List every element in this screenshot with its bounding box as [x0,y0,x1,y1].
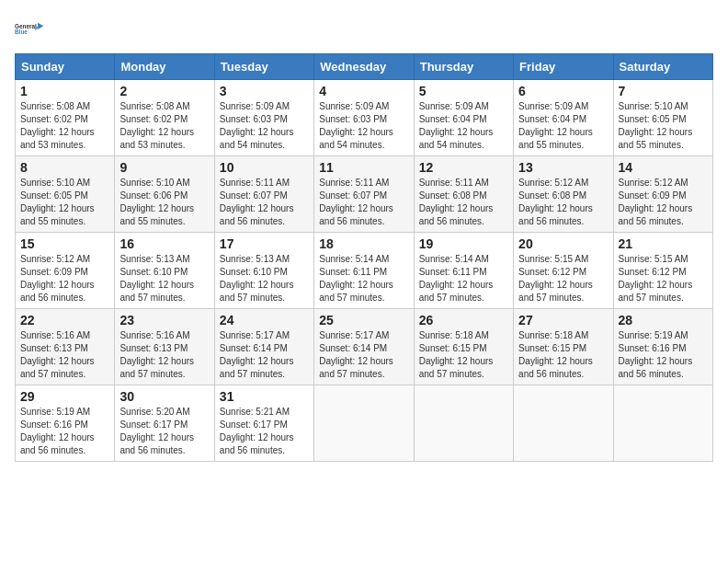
day-number: 11 [319,160,408,175]
calendar-day-26: 26Sunrise: 5:18 AMSunset: 6:15 PMDayligh… [414,309,513,385]
day-number: 16 [119,236,209,251]
day-info: Sunrise: 5:08 AMSunset: 6:02 PMDaylight:… [119,100,209,152]
calendar-day-21: 21Sunrise: 5:15 AMSunset: 6:12 PMDayligh… [613,233,712,309]
calendar-day-13: 13Sunrise: 5:12 AMSunset: 6:08 PMDayligh… [514,156,613,233]
day-info: Sunrise: 5:17 AMSunset: 6:14 PMDaylight:… [220,329,309,381]
day-number: 22 [20,313,109,327]
calendar-day-17: 17Sunrise: 5:13 AMSunset: 6:10 PMDayligh… [214,233,313,309]
day-info: Sunrise: 5:14 AMSunset: 6:11 PMDaylight:… [319,253,408,304]
calendar-day-empty [514,385,613,462]
day-number: 4 [319,84,408,98]
day-info: Sunrise: 5:12 AMSunset: 6:09 PMDaylight:… [619,177,708,228]
day-number: 14 [619,160,708,175]
calendar-day-23: 23Sunrise: 5:16 AMSunset: 6:13 PMDayligh… [115,309,214,385]
day-info: Sunrise: 5:16 AMSunset: 6:13 PMDaylight:… [20,329,109,381]
day-info: Sunrise: 5:08 AMSunset: 6:02 PMDaylight:… [20,100,109,152]
day-info: Sunrise: 5:15 AMSunset: 6:12 PMDaylight:… [619,253,708,304]
day-info: Sunrise: 5:19 AMSunset: 6:16 PMDaylight:… [20,406,109,457]
day-number: 31 [220,389,309,404]
day-number: 23 [119,313,209,327]
calendar-day-11: 11Sunrise: 5:11 AMSunset: 6:07 PMDayligh… [314,156,414,233]
day-number: 25 [319,313,408,327]
day-number: 5 [419,84,508,98]
day-info: Sunrise: 5:11 AMSunset: 6:07 PMDaylight:… [220,177,309,228]
weekday-header-thursday: Thursday [414,54,513,80]
calendar-week-row: 15Sunrise: 5:12 AMSunset: 6:09 PMDayligh… [16,233,713,309]
day-number: 18 [319,236,408,251]
day-info: Sunrise: 5:10 AMSunset: 6:06 PMDaylight:… [119,177,209,228]
day-info: Sunrise: 5:13 AMSunset: 6:10 PMDaylight:… [119,253,209,304]
calendar-day-27: 27Sunrise: 5:18 AMSunset: 6:15 PMDayligh… [514,309,613,385]
calendar-day-29: 29Sunrise: 5:19 AMSunset: 6:16 PMDayligh… [16,385,115,462]
day-number: 15 [20,236,109,251]
day-info: Sunrise: 5:09 AMSunset: 6:04 PMDaylight:… [419,100,508,152]
day-number: 8 [20,160,109,175]
svg-marker-2 [38,23,43,29]
calendar-day-8: 8Sunrise: 5:10 AMSunset: 6:05 PMDaylight… [16,156,115,233]
day-number: 7 [619,84,708,98]
weekday-header-tuesday: Tuesday [214,54,313,80]
calendar-day-24: 24Sunrise: 5:17 AMSunset: 6:14 PMDayligh… [214,309,313,385]
day-info: Sunrise: 5:09 AMSunset: 6:03 PMDaylight:… [220,100,309,152]
calendar-day-empty [314,385,414,462]
day-info: Sunrise: 5:17 AMSunset: 6:14 PMDaylight:… [319,329,408,381]
calendar-day-1: 1Sunrise: 5:08 AMSunset: 6:02 PMDaylight… [16,80,115,156]
day-number: 24 [220,313,309,327]
calendar-week-row: 1Sunrise: 5:08 AMSunset: 6:02 PMDaylight… [16,80,713,156]
calendar-day-2: 2Sunrise: 5:08 AMSunset: 6:02 PMDaylight… [115,80,214,156]
day-number: 13 [518,160,608,175]
day-number: 2 [119,84,209,98]
day-number: 9 [119,160,209,175]
day-info: Sunrise: 5:12 AMSunset: 6:09 PMDaylight:… [20,253,109,304]
svg-text:General: General [15,23,37,29]
day-info: Sunrise: 5:09 AMSunset: 6:03 PMDaylight:… [319,100,408,152]
day-number: 10 [220,160,309,175]
day-info: Sunrise: 5:21 AMSunset: 6:17 PMDaylight:… [220,406,309,457]
day-number: 17 [220,236,309,251]
calendar-day-10: 10Sunrise: 5:11 AMSunset: 6:07 PMDayligh… [214,156,313,233]
day-info: Sunrise: 5:19 AMSunset: 6:16 PMDaylight:… [619,329,708,381]
weekday-header-monday: Monday [115,54,214,80]
calendar-day-20: 20Sunrise: 5:15 AMSunset: 6:12 PMDayligh… [514,233,613,309]
day-number: 20 [518,236,608,251]
calendar-day-7: 7Sunrise: 5:10 AMSunset: 6:05 PMDaylight… [613,80,712,156]
day-number: 27 [518,313,608,327]
day-info: Sunrise: 5:15 AMSunset: 6:12 PMDaylight:… [518,253,608,304]
calendar-day-22: 22Sunrise: 5:16 AMSunset: 6:13 PMDayligh… [16,309,115,385]
day-number: 29 [20,389,109,404]
calendar-day-25: 25Sunrise: 5:17 AMSunset: 6:14 PMDayligh… [314,309,414,385]
weekday-header-sunday: Sunday [16,54,115,80]
weekday-header-row: SundayMondayTuesdayWednesdayThursdayFrid… [16,54,713,80]
day-info: Sunrise: 5:16 AMSunset: 6:13 PMDaylight:… [119,329,209,381]
calendar-day-18: 18Sunrise: 5:14 AMSunset: 6:11 PMDayligh… [314,233,414,309]
calendar-day-12: 12Sunrise: 5:11 AMSunset: 6:08 PMDayligh… [414,156,513,233]
day-number: 6 [518,84,608,98]
calendar-day-14: 14Sunrise: 5:12 AMSunset: 6:09 PMDayligh… [613,156,712,233]
day-info: Sunrise: 5:12 AMSunset: 6:08 PMDaylight:… [518,177,608,228]
page-header: GeneralBlue [15,15,713,44]
calendar-table: SundayMondayTuesdayWednesdayThursdayFrid… [15,53,713,462]
calendar-day-28: 28Sunrise: 5:19 AMSunset: 6:16 PMDayligh… [613,309,712,385]
day-number: 28 [619,313,708,327]
calendar-week-row: 29Sunrise: 5:19 AMSunset: 6:16 PMDayligh… [16,385,713,462]
svg-text:Blue: Blue [15,29,28,35]
day-info: Sunrise: 5:10 AMSunset: 6:05 PMDaylight:… [20,177,109,228]
weekday-header-friday: Friday [514,54,613,80]
calendar-week-row: 22Sunrise: 5:16 AMSunset: 6:13 PMDayligh… [16,309,713,385]
day-info: Sunrise: 5:20 AMSunset: 6:17 PMDaylight:… [119,406,209,457]
calendar-day-empty [414,385,513,462]
day-number: 26 [419,313,508,327]
day-number: 19 [419,236,508,251]
day-number: 30 [119,389,209,404]
day-info: Sunrise: 5:10 AMSunset: 6:05 PMDaylight:… [619,100,708,152]
day-info: Sunrise: 5:11 AMSunset: 6:07 PMDaylight:… [319,177,408,228]
calendar-day-31: 31Sunrise: 5:21 AMSunset: 6:17 PMDayligh… [214,385,313,462]
day-number: 21 [619,236,708,251]
day-info: Sunrise: 5:18 AMSunset: 6:15 PMDaylight:… [419,329,508,381]
calendar-day-15: 15Sunrise: 5:12 AMSunset: 6:09 PMDayligh… [16,233,115,309]
calendar-day-empty [613,385,712,462]
calendar-day-30: 30Sunrise: 5:20 AMSunset: 6:17 PMDayligh… [115,385,214,462]
day-number: 3 [220,84,309,98]
calendar-day-5: 5Sunrise: 5:09 AMSunset: 6:04 PMDaylight… [414,80,513,156]
day-info: Sunrise: 5:18 AMSunset: 6:15 PMDaylight:… [518,329,608,381]
